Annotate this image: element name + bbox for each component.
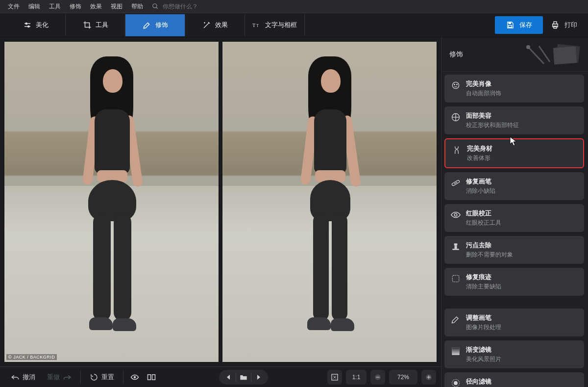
tool-list[interactable]: 完美肖像自动面部润饰面部美容校正形状和面部特征完美身材改善体形修复画笔消除小缺陷…	[441, 72, 588, 387]
svg-rect-11	[554, 22, 557, 24]
nav-next[interactable]	[251, 370, 266, 385]
svg-point-17	[454, 84, 455, 85]
svg-text:T: T	[252, 23, 256, 28]
brush-icon	[450, 314, 461, 325]
svg-point-4	[25, 23, 27, 25]
actual-size-button[interactable]: 1:1	[346, 370, 367, 385]
menu-retouch[interactable]: 修饰	[66, 0, 85, 13]
undo-button[interactable]: 撤消	[5, 370, 41, 385]
right-panel: 修饰 完美肖像自动面部润饰面部美容校正形状和面部特征完美身材改善体形修复画笔消除…	[441, 37, 588, 387]
svg-point-16	[452, 82, 459, 88]
image-after[interactable]: 之后	[222, 41, 437, 362]
body-icon	[451, 145, 462, 155]
print-button[interactable]: 打印	[551, 21, 577, 29]
zoom-level[interactable]: 72%	[389, 370, 417, 385]
svg-rect-14	[553, 46, 577, 64]
tool-desc: 删除不需要的对象	[466, 251, 578, 259]
svg-point-0	[153, 4, 157, 8]
wand-icon	[202, 21, 211, 29]
menu-tools[interactable]: 工具	[45, 0, 65, 13]
tab-text[interactable]: TT 文字与相框	[245, 14, 305, 36]
save-label: 保存	[519, 21, 532, 29]
image-before[interactable]: 之前 © JACK / BACKGRID	[4, 41, 219, 362]
workspace: 之前 © JACK / BACKGRID 之后	[0, 37, 441, 366]
tool-card[interactable]: 污点去除删除不需要的对象	[444, 236, 584, 264]
brush-icon	[143, 21, 151, 29]
fit-screen-button[interactable]	[327, 370, 342, 385]
svg-rect-40	[428, 375, 429, 379]
redo-button[interactable]: 重做	[41, 370, 77, 385]
tool-desc: 红眼校正工具	[466, 219, 578, 227]
redo-icon	[63, 373, 72, 382]
menu-view[interactable]: 视图	[107, 0, 126, 13]
nav-browse[interactable]	[236, 370, 251, 385]
svg-text:T: T	[256, 24, 259, 28]
stamp-icon	[450, 241, 461, 252]
svg-rect-29	[452, 348, 460, 355]
tool-desc: 清除主要缺陷	[466, 283, 578, 291]
eye-icon	[130, 373, 139, 382]
minus-icon	[373, 373, 382, 382]
save-button[interactable]: 保存	[495, 16, 543, 34]
watermark: © JACK / BACKGRID	[6, 354, 57, 360]
tab-label: 美化	[36, 21, 49, 29]
crop-icon	[83, 21, 92, 29]
photo-content	[4, 42, 219, 362]
plus-icon	[424, 373, 433, 382]
nav-prev[interactable]	[221, 370, 236, 385]
tab-label: 工具	[96, 21, 108, 29]
tool-card[interactable]: 面部美容校正形状和面部特征	[444, 106, 584, 134]
menu-help[interactable]: 帮助	[127, 0, 147, 13]
tab-tools[interactable]: 工具	[66, 14, 125, 36]
undo-label: 撤消	[23, 373, 35, 382]
svg-point-15	[526, 45, 530, 49]
tool-title: 污点去除	[466, 241, 578, 250]
tool-title: 完美身材	[467, 144, 577, 153]
tab-effects[interactable]: 效果	[185, 14, 245, 36]
tool-desc: 校正形状和面部特征	[466, 121, 578, 129]
preview-toggle[interactable]	[126, 370, 143, 385]
svg-line-1	[156, 7, 158, 9]
tool-card[interactable]: 径向滤镜在对象上创建强化	[444, 372, 584, 387]
tab-retouch[interactable]: 修饰	[125, 14, 185, 36]
svg-rect-33	[148, 374, 151, 380]
menu-file[interactable]: 文件	[4, 0, 24, 13]
compare-toggle[interactable]	[143, 370, 160, 385]
tool-desc: 图像片段处理	[466, 323, 578, 332]
tool-card[interactable]: 修复痕迹清除主要缺陷	[444, 268, 584, 296]
grid-icon	[450, 112, 461, 123]
svg-rect-26	[455, 246, 457, 249]
tool-title: 渐变滤镜	[466, 345, 578, 354]
menu-effects[interactable]: 效果	[86, 0, 106, 13]
zoom-in-button[interactable]	[421, 370, 436, 385]
tool-desc: 自动面部润饰	[466, 89, 578, 98]
tool-desc: 改善体形	[467, 154, 577, 162]
reset-button[interactable]: 重置	[84, 370, 120, 385]
bandage-icon	[450, 178, 461, 188]
panel-title: 修饰	[449, 50, 463, 59]
tool-card[interactable]: 完美身材改善体形	[444, 138, 584, 168]
menu-edit[interactable]: 编辑	[24, 0, 44, 13]
tool-desc: 美化风景照片	[466, 355, 578, 363]
tab-label: 效果	[215, 21, 228, 29]
tab-enhance[interactable]: 美化	[6, 14, 66, 36]
printer-icon	[551, 21, 560, 29]
tool-card[interactable]: 调整画笔图像片段处理	[444, 309, 584, 336]
zoom-out-button[interactable]	[370, 370, 385, 385]
section-gap	[444, 300, 584, 309]
tab-label: 文字与相框	[265, 21, 297, 29]
svg-point-18	[457, 84, 458, 85]
reset-icon	[90, 373, 98, 382]
tool-card[interactable]: 完美肖像自动面部润饰	[444, 75, 584, 103]
tool-title: 修复画笔	[466, 177, 578, 186]
compare-icon	[147, 373, 156, 382]
tool-card[interactable]: 渐变滤镜美化风景照片	[444, 340, 584, 368]
menu-bar: 文件 编辑 工具 修饰 效果 视图 帮助	[0, 0, 588, 13]
floppy-icon	[506, 21, 514, 29]
patch-icon	[450, 273, 461, 284]
print-label: 打印	[564, 21, 577, 29]
svg-rect-27	[452, 275, 459, 282]
tool-card[interactable]: 红眼校正红眼校正工具	[444, 204, 584, 232]
tool-card[interactable]: 修复画笔消除小缺陷	[444, 172, 584, 200]
search-input[interactable]	[163, 3, 241, 10]
